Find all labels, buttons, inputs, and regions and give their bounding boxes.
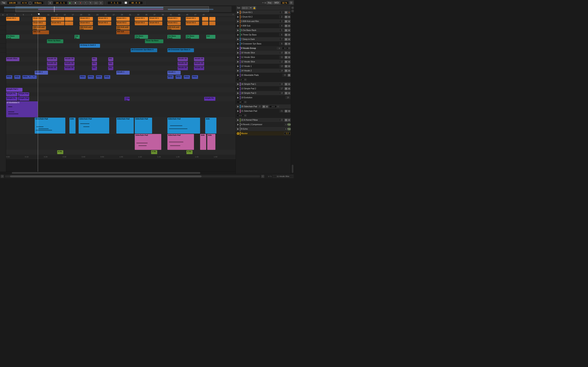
clip-sp3-1[interactable]: Simple Pa — [6, 97, 17, 101]
track-20-pan[interactable]: C — [277, 105, 279, 108]
h-scroll-track[interactable] — [5, 175, 260, 177]
clip-808kar-4[interactable]: 808 Kick and Rim — [167, 26, 181, 30]
zoom-display[interactable]: 32 % — [281, 1, 289, 4]
clip-dk1-9[interactable]: Drum Kit 1 — [135, 17, 148, 21]
clip-vs10-2[interactable]: Vocals Sli — [47, 57, 57, 61]
track-13-mute[interactable]: ● — [288, 65, 291, 68]
track-row-10[interactable]: 10 Vocals Slice 10 S ● — [236, 50, 291, 55]
edge-btn-1[interactable]: ≡ — [291, 7, 294, 9]
track-row-4[interactable]: 4 808 Sub 4 S ● — [236, 24, 291, 28]
clip-ah-2[interactable]: A Ho — [151, 150, 157, 154]
tap-button[interactable]: Tap — [1, 1, 7, 4]
track-row-A[interactable]: A Reverb | Compressor A Post — [236, 122, 291, 127]
clip-808sub-2[interactable]: 808 Sub — [116, 30, 130, 34]
clip-vs11-6[interactable]: Vocals Sli — [194, 62, 204, 66]
track-21-solo[interactable]: S — [285, 110, 287, 113]
clip-sc20-5[interactable]: Sidechain Pad — [135, 118, 152, 133]
back-button[interactable]: ◁◁ — [94, 1, 98, 5]
track-row-6[interactable]: 6 Three Op Bass 6 S ● — [236, 33, 291, 37]
track-row-7[interactable]: 7 Deep in Dark 7 S ● — [236, 37, 291, 42]
h-scrollbar[interactable] — [0, 172, 236, 174]
clip-808kar-3[interactable]: 808 Kick and Rim — [116, 26, 130, 30]
clip-dk2-7[interactable]: Drum Kit 2 — [116, 21, 130, 25]
track-row-1[interactable]: 1 Drum Kit 1 1 S ● — [236, 10, 291, 15]
track-22-solo[interactable]: S — [285, 119, 287, 122]
clip-dk2-1[interactable]: Drum Kit 2 — [33, 21, 46, 25]
clip-dk1-11[interactable]: Drum Kit 1 — [167, 17, 181, 21]
track-2-launch[interactable] — [236, 15, 240, 19]
clip-did-1[interactable]: 24-Deep in Dark 5 — [80, 44, 100, 48]
plus-button[interactable]: + — [83, 1, 88, 5]
clip-vs11-4[interactable]: Voc — [108, 62, 113, 66]
clip-vs11-1[interactable]: Vocals Sli — [47, 62, 57, 66]
track-row-9[interactable]: 9 Vocals Group 9 -5.3 C — [236, 46, 291, 50]
h-scrollbar-thumb[interactable] — [12, 172, 200, 174]
track-11-mute[interactable]: ● — [288, 56, 291, 59]
track-row-22[interactable]: 22 A Hornet Pillow 22 S ● — [236, 118, 291, 122]
clip-sp3-4[interactable]: Simple Pa — [204, 97, 215, 101]
track-lane-13[interactable]: Vocals 1 Vocals 1 Vocals 1 — [6, 71, 236, 75]
clip-dk2-4[interactable] — [69, 21, 73, 25]
h-scroll-thumb[interactable] — [10, 175, 201, 177]
clip-3op-2[interactable]: Three Op Bass — [145, 39, 163, 43]
track-lane-7[interactable]: 24-Deep in Dark 5 — [6, 44, 236, 48]
clip-808sub-1[interactable]: 808 Sub — [33, 30, 49, 34]
track-18-solo[interactable]: S — [285, 92, 287, 95]
clip-dk2-6[interactable]: Drum Kit 2 — [98, 21, 111, 25]
clip-v1-2[interactable]: Vocals 1 — [116, 71, 130, 75]
track-18-mute[interactable]: ● — [288, 92, 291, 95]
clip-vs10-7[interactable]: Vocals Sli — [194, 57, 204, 61]
track-4-mute[interactable]: ● — [288, 25, 291, 27]
track-17-mute[interactable]: ● — [288, 87, 291, 90]
time-sig-display[interactable]: 4 / 4 — [21, 1, 28, 4]
clip-sp3-2[interactable]: Simple Pad 3 — [18, 97, 29, 101]
clip-808kar-1[interactable]: 808 Kick and Rim — [33, 26, 46, 30]
clip-vs10-5[interactable]: Voc — [108, 57, 113, 61]
clip-dk2-12[interactable] — [202, 21, 208, 25]
track-lane-6[interactable]: Three Op Bass Three Op Bass — [6, 39, 236, 44]
track-10-solo[interactable]: S — [285, 51, 287, 54]
track-9-launch[interactable] — [236, 47, 240, 50]
track-10-mute[interactable]: ● — [288, 51, 291, 54]
track-6-mute[interactable]: ● — [288, 33, 291, 36]
track-lane-2[interactable]: Drum Kit 2 Drum Kit 2 Drum Kit 2 Drum Ki… — [6, 21, 236, 26]
clip-oxi-6[interactable]: Oxi — [206, 35, 215, 39]
track-20-mute[interactable]: ● — [265, 105, 268, 108]
track-3-mute[interactable]: ● — [288, 20, 291, 23]
track-5-launch[interactable] — [236, 29, 240, 32]
track-row-3[interactable]: 3 808 Kick and Rim 3 S ● — [236, 19, 291, 24]
stop-button[interactable]: ■ — [73, 1, 78, 5]
track-lane-17[interactable]: Simple Pa Simple Pad 2 — [6, 92, 236, 97]
track-lane-14[interactable]: Voca Voca Voca V V Voca Voca Voca Voca V… — [6, 75, 236, 83]
scroll-left-btn[interactable]: ◁ — [1, 175, 4, 178]
clip-v2-3[interactable]: Voca — [22, 75, 29, 79]
clip-vs10-4[interactable]: Voc — [92, 57, 97, 61]
track-master-vol[interactable]: 6.0 — [284, 132, 290, 135]
track-lane-1[interactable]: Drum Kit 1 Drum Kit 1 Drum Kit 1 Drum Ki… — [6, 17, 236, 21]
track-14-solo[interactable]: S — [285, 69, 287, 72]
clip-sc20-7[interactable]: Side — [205, 118, 216, 133]
track-8-launch[interactable] — [236, 42, 240, 46]
clip-vs11-5[interactable]: Vocals Sli — [178, 62, 188, 66]
add-button[interactable]: + — [48, 1, 52, 5]
track-lanes-scroll[interactable]: Drum Kit 1 Drum Kit 1 Drum Kit 1 Drum Ki… — [6, 17, 236, 172]
track-19-vol[interactable]: -inf — [237, 101, 244, 103]
clip-dk2-5[interactable]: Drum Kit 2 — [80, 21, 93, 25]
clip-v2-6[interactable]: Voca — [80, 75, 86, 79]
track-row-18[interactable]: 18 Simple Pad 3 18 S ● — [236, 91, 291, 95]
track-lane-12[interactable]: Vocals Sli Vocals Sli Voc Voc Vocals Sli… — [6, 66, 236, 71]
clip-vs11-2[interactable]: Vocals Sli — [64, 62, 75, 66]
track-2-solo[interactable]: S — [285, 16, 287, 18]
track-1-launch[interactable] — [236, 11, 240, 14]
clip-sc20-3[interactable]: Sidechain Pad — [79, 118, 109, 133]
track-row-15[interactable]: 15 Wavetable Pads 15 S -11.0 C — [236, 73, 291, 82]
track-15-vol[interactable]: -11.0 — [237, 78, 244, 81]
track-lane-3[interactable]: 808 Kick and Rim 808 Kick and Rim 808 Ki… — [6, 26, 236, 30]
clip-vs12-6[interactable]: Vocals Sli — [194, 66, 204, 70]
clip-oxi-2[interactable]: Oxi B — [75, 35, 80, 39]
clip-808kar-2[interactable]: 808 Kick and Rim — [80, 26, 93, 30]
track-master-launch[interactable] — [236, 132, 240, 135]
clip-csb-1[interactable]: 26-Crossover Syn Bass 4 — [131, 48, 157, 52]
track-lane-9-group[interactable] — [6, 53, 236, 57]
clip-dk1-6[interactable]: Drum Kit 1 — [80, 17, 93, 21]
